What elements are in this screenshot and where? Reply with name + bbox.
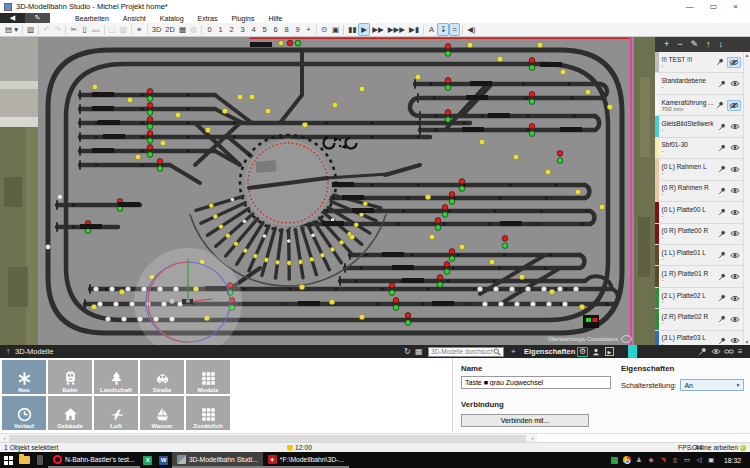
pin-panel-icon[interactable] bbox=[698, 347, 707, 356]
hamburger-menu-icon[interactable]: ≡ bbox=[738, 348, 743, 356]
print-button[interactable]: ▥ bbox=[25, 24, 36, 36]
camera-8[interactable]: 8 bbox=[281, 24, 292, 36]
minimize-button[interactable]: — bbox=[686, 2, 694, 11]
eye-icon[interactable] bbox=[729, 251, 741, 260]
excel-icon[interactable]: X bbox=[140, 452, 156, 468]
move-down-icon[interactable]: ↓ bbox=[719, 40, 724, 49]
grid-button[interactable]: ▦ bbox=[177, 24, 188, 36]
fast-forward-button[interactable]: ▶▶ bbox=[370, 24, 386, 36]
eye-panel-icon[interactable] bbox=[711, 348, 721, 355]
layout-canvas[interactable]: Überwachungs-Countdowns bbox=[0, 37, 655, 345]
layer-item[interactable]: Sbf01-30- bbox=[655, 138, 743, 159]
pause-button[interactable]: ▮▮ bbox=[346, 24, 358, 36]
refresh-icon[interactable]: ↻ bbox=[404, 348, 411, 356]
pin-icon[interactable] bbox=[716, 101, 724, 109]
category-luft[interactable]: Luft bbox=[94, 396, 138, 430]
layout-mode-button[interactable]: = bbox=[449, 23, 460, 36]
layer-item[interactable]: (0 R) Rahmen R- bbox=[655, 181, 743, 202]
link-icon[interactable] bbox=[724, 348, 734, 355]
file-explorer-icon[interactable] bbox=[16, 452, 32, 468]
pin-icon[interactable] bbox=[718, 315, 726, 323]
edit-layer-icon[interactable]: ✎ bbox=[691, 40, 699, 49]
category-gebäude[interactable]: Gebäude bbox=[48, 396, 92, 430]
copy-button[interactable]: ▯ bbox=[79, 24, 90, 36]
save-button[interactable]: ▤ ▾ bbox=[3, 24, 20, 36]
cut-button[interactable]: ✂ bbox=[68, 24, 79, 36]
play-button[interactable]: ▶ bbox=[358, 23, 370, 36]
notification-icon[interactable]: ▣ bbox=[707, 456, 715, 464]
category-landschaft[interactable]: Landschaft bbox=[94, 360, 138, 394]
pin-icon[interactable] bbox=[718, 187, 726, 195]
layer-item[interactable]: Standardebene- bbox=[655, 73, 743, 94]
tray-green-icon[interactable] bbox=[611, 456, 619, 464]
camera-6[interactable]: 6 bbox=[270, 24, 281, 36]
eye-hidden-icon[interactable] bbox=[727, 57, 741, 68]
faster-forward-button[interactable]: ▶▶▶ bbox=[386, 24, 407, 36]
start-button[interactable] bbox=[0, 452, 16, 468]
device-icon[interactable] bbox=[32, 452, 48, 468]
online-status[interactable]: Online arbeiten bbox=[692, 444, 746, 451]
remove-layer-icon[interactable]: − bbox=[677, 40, 682, 49]
eye-icon[interactable] bbox=[729, 272, 741, 281]
layer-item[interactable]: (2 L) Platte02 L- bbox=[655, 288, 743, 309]
task-button[interactable]: ✦*F:\Modellbahn\3D-... bbox=[263, 452, 349, 468]
layer-item[interactable]: (1 L) Platte01 L- bbox=[655, 245, 743, 266]
layer-item[interactable]: Kameraführung ...700 mm bbox=[655, 95, 743, 116]
back-button[interactable]: ◀ bbox=[0, 13, 25, 23]
category-verlauf[interactable]: Verlauf bbox=[2, 396, 46, 430]
tab-eigenschaften[interactable]: Eigenschaften bbox=[524, 347, 575, 356]
connect-button[interactable]: Verbinden mit... bbox=[461, 414, 589, 427]
menu-katalog[interactable]: Katalog bbox=[153, 15, 191, 22]
eye-icon[interactable] bbox=[729, 165, 741, 174]
pin-icon[interactable] bbox=[718, 123, 726, 131]
menu-extras[interactable]: Extras bbox=[191, 15, 225, 22]
menu-hilfe[interactable]: Hilfe bbox=[261, 15, 289, 22]
category-wasser[interactable]: Wasser bbox=[140, 396, 184, 430]
layer-item[interactable]: (1 R) Platte01 R- bbox=[655, 266, 743, 287]
task-button[interactable]: 3D-Modellbahn Studi... bbox=[172, 452, 263, 468]
layer-item[interactable]: (0 L) Rahmen L- bbox=[655, 159, 743, 180]
menu-bearbeiten[interactable]: Bearbeiten bbox=[68, 15, 116, 22]
scroll-up-icon[interactable]: ▲ bbox=[745, 52, 750, 58]
network-icon[interactable]: ▭ bbox=[683, 456, 691, 464]
switch-select[interactable]: An ▼ bbox=[680, 379, 744, 391]
tray-app2-icon[interactable]: ◆ bbox=[647, 456, 655, 464]
gear-icon[interactable]: ⚙ bbox=[577, 347, 588, 357]
pin-icon[interactable] bbox=[718, 144, 726, 152]
category-bahn[interactable]: Bahn bbox=[48, 360, 92, 394]
pin-icon[interactable] bbox=[718, 251, 726, 259]
tray-app3-icon[interactable]: ◥ bbox=[659, 456, 667, 464]
camera-9[interactable]: 9 bbox=[292, 24, 303, 36]
eye-icon[interactable] bbox=[729, 315, 741, 324]
camera-1[interactable]: 1 bbox=[215, 24, 226, 36]
eye-icon[interactable] bbox=[729, 208, 741, 217]
close-button[interactable]: × bbox=[733, 2, 738, 11]
eye-icon[interactable] bbox=[729, 186, 741, 195]
battery-icon[interactable]: ▯ bbox=[671, 456, 679, 464]
eye-icon[interactable] bbox=[729, 229, 741, 238]
sound-button[interactable]: ◀) bbox=[465, 24, 477, 36]
volume-icon[interactable]: ◁ bbox=[695, 456, 703, 464]
add-layer-icon[interactable]: + bbox=[664, 40, 669, 49]
layer-item[interactable]: (0 L) Platte00 L- bbox=[655, 202, 743, 223]
eye-icon[interactable] bbox=[729, 336, 741, 345]
category-straße[interactable]: Straße bbox=[140, 360, 184, 394]
move-up-icon[interactable]: ↑ bbox=[706, 40, 711, 49]
collapse-panel-icon[interactable]: ↑ bbox=[6, 348, 10, 356]
eye-hidden-icon[interactable] bbox=[727, 100, 741, 111]
camera-0[interactable]: 0 bbox=[204, 24, 215, 36]
pin-icon[interactable] bbox=[718, 80, 726, 88]
pin-icon[interactable] bbox=[718, 294, 726, 302]
clock-button[interactable]: ⊙ bbox=[319, 24, 330, 36]
view-3d-button[interactable]: 3D bbox=[150, 24, 164, 36]
camera-add[interactable]: + bbox=[303, 24, 314, 36]
edit-mode-button[interactable]: ✎ bbox=[25, 13, 50, 23]
task-button[interactable]: N-Bahn-Bastler's test... bbox=[48, 452, 140, 468]
pin-icon[interactable] bbox=[718, 273, 726, 281]
person-icon[interactable] bbox=[592, 348, 600, 356]
layer-item[interactable]: GleisBildStellwerk- bbox=[655, 116, 743, 137]
scroll-thumb[interactable] bbox=[9, 435, 526, 442]
layers-scrollbar[interactable]: ▲ ▼ bbox=[743, 52, 750, 345]
eye-icon[interactable] bbox=[729, 122, 741, 131]
snapshot-button[interactable]: ▣ bbox=[330, 24, 341, 36]
